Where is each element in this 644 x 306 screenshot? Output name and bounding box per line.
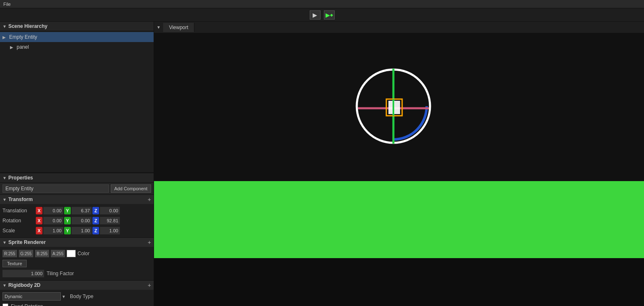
rigidbody2d-section: ▼ Rigidbody 2D + Dynamic Static Kinemati… <box>0 281 154 306</box>
toolbar: ▶ ▶◆ <box>0 8 644 22</box>
transform-header[interactable]: ▼ Transform + <box>0 195 154 204</box>
tiling-input[interactable] <box>2 270 44 277</box>
rotation-row: Rotation X Y Z <box>0 216 154 226</box>
entity-header: Add Component <box>0 183 154 195</box>
scale-x-button[interactable]: X <box>36 227 42 234</box>
sprite-renderer-header[interactable]: ▼ Sprite Renderer + <box>0 238 154 247</box>
translation-axis-group: X Y Z <box>36 207 151 214</box>
color-label: Color <box>77 251 90 256</box>
scale-y-input[interactable] <box>72 227 92 234</box>
tree-item-panel[interactable]: ▶ panel <box>0 42 154 52</box>
tiling-label: Tiling Factor <box>47 271 74 276</box>
rigidbody2d-title: Rigidbody 2D <box>8 282 40 288</box>
tree-arrow-panel: ▶ <box>10 45 15 50</box>
rigidbody2d-collapse-icon: ▼ <box>2 283 7 288</box>
body-type-label: Body Type <box>70 294 93 299</box>
translation-y-button[interactable]: Y <box>64 207 71 214</box>
viewport-header: ▼ Viewport <box>154 22 644 33</box>
rotation-z-button[interactable]: Z <box>92 217 99 224</box>
rotation-y-button[interactable]: Y <box>64 217 71 224</box>
scale-row: Scale X Y Z <box>0 226 154 236</box>
sprite-renderer-body: R:255 G:255 B:255 A:255 Color Texture Ti… <box>0 247 154 280</box>
rotation-y-input[interactable] <box>72 217 92 224</box>
body-type-dropdown: Dynamic Static Kinematic ▼ <box>2 292 66 301</box>
tree-label-empty-entity: Empty Entity <box>9 34 37 40</box>
fixed-rotation-label: Fixed Rotation <box>11 304 43 306</box>
scene-hierarchy-header[interactable]: ▼ Scene Hierarchy <box>0 22 154 31</box>
properties-area: ▼ Properties Add Component ▼ Transform + <box>0 173 154 306</box>
hierarchy-area: ▶ Empty Entity ▶ panel <box>0 31 154 173</box>
green-ground <box>154 181 644 258</box>
scale-y-button[interactable]: Y <box>64 227 71 234</box>
scale-label: Scale <box>2 228 36 234</box>
add-component-button[interactable]: Add Component <box>111 184 152 193</box>
translation-z-button[interactable]: Z <box>92 207 99 214</box>
properties-collapse-icon: ▼ <box>2 176 7 180</box>
scale-z-button[interactable]: Z <box>92 227 99 234</box>
file-menu[interactable]: File <box>3 2 11 7</box>
hierarchy-collapse-icon: ▼ <box>2 24 7 29</box>
fixed-rotation-row: Fixed Rotation <box>0 301 154 306</box>
translation-z-input[interactable] <box>100 207 120 214</box>
properties-title: Properties <box>8 175 33 181</box>
translation-row: Translation X Y Z <box>0 206 154 216</box>
sprite-renderer-section: ▼ Sprite Renderer + R:255 G:255 B:255 A:… <box>0 238 154 281</box>
transform-title: Transform <box>8 197 33 202</box>
scale-axis-group: X Y Z <box>36 227 151 234</box>
main-layout: ▼ Scene Hierarchy ▶ Empty Entity ▶ panel… <box>0 22 644 306</box>
translation-label: Translation <box>2 208 36 214</box>
body-type-row: Dynamic Static Kinematic ▼ Body Type <box>0 291 154 301</box>
gizmo-svg <box>354 67 433 146</box>
rotation-label: Rotation <box>2 218 36 224</box>
rigidbody2d-body: Dynamic Static Kinematic ▼ Body Type Fix… <box>0 290 154 306</box>
rotation-axis-group: X Y Z <box>36 217 151 224</box>
rotation-z-input[interactable] <box>100 217 120 224</box>
properties-header[interactable]: ▼ Properties <box>0 173 154 183</box>
r-channel-button[interactable]: R:255 <box>2 250 17 257</box>
translation-y-input[interactable] <box>72 207 92 214</box>
tree-item-empty-entity[interactable]: ▶ Empty Entity <box>0 32 154 42</box>
sprite-renderer-title: Sprite Renderer <box>8 239 46 245</box>
transform-add-icon[interactable]: + <box>148 196 151 203</box>
transform-section: ▼ Transform + Translation X Y Z <box>0 195 154 238</box>
tree-arrow-empty-entity: ▶ <box>2 35 7 40</box>
translation-x-input[interactable] <box>43 207 63 214</box>
rigidbody2d-add-icon[interactable]: + <box>148 282 151 289</box>
viewport-tab[interactable]: Viewport <box>163 23 194 32</box>
translation-x-button[interactable]: X <box>36 207 42 214</box>
hierarchy-title: Scene Hierarchy <box>8 23 47 29</box>
texture-button[interactable]: Texture <box>2 260 27 267</box>
g-channel-button[interactable]: G:255 <box>19 250 33 257</box>
rigidbody2d-header[interactable]: ▼ Rigidbody 2D + <box>0 281 154 290</box>
menu-bar: File <box>0 0 644 8</box>
tree-label-panel: panel <box>17 44 29 50</box>
transform-body: Translation X Y Z Rotation <box>0 204 154 237</box>
texture-row: Texture <box>0 259 154 269</box>
a-channel-button[interactable]: A:255 <box>51 250 65 257</box>
body-type-select[interactable]: Dynamic Static Kinematic <box>2 292 61 301</box>
left-panel: ▼ Scene Hierarchy ▶ Empty Entity ▶ panel… <box>0 22 154 306</box>
play-debug-button[interactable]: ▶◆ <box>324 10 335 20</box>
sprite-renderer-collapse-icon: ▼ <box>2 240 7 245</box>
color-preview-swatch[interactable] <box>67 250 76 257</box>
fixed-rotation-checkbox[interactable] <box>2 304 8 306</box>
scale-x-input[interactable] <box>43 227 63 234</box>
rotation-x-input[interactable] <box>43 217 63 224</box>
play-button[interactable]: ▶ <box>310 10 321 20</box>
b-channel-button[interactable]: B:255 <box>35 250 49 257</box>
scale-z-input[interactable] <box>100 227 120 234</box>
scene-background <box>154 33 644 258</box>
right-panel: ▼ Viewport <box>154 22 644 306</box>
color-row: R:255 G:255 B:255 A:255 Color <box>0 249 154 259</box>
viewport-collapse-icon[interactable]: ▼ <box>154 25 163 30</box>
sprite-renderer-add-icon[interactable]: + <box>148 239 151 246</box>
viewport-canvas[interactable] <box>154 33 644 258</box>
rotation-x-button[interactable]: X <box>36 217 42 224</box>
gizmo-container <box>354 67 433 146</box>
entity-name-input[interactable] <box>2 184 109 193</box>
body-type-arrow-icon: ▼ <box>62 294 66 299</box>
tiling-row: Tiling Factor <box>0 269 154 279</box>
transform-collapse-icon: ▼ <box>2 197 7 202</box>
